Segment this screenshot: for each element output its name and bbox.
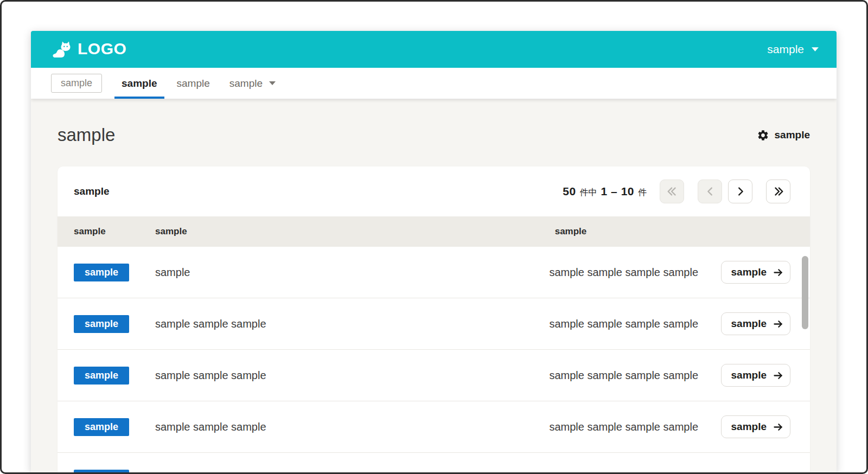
row-detail-button-label: sample	[731, 369, 767, 381]
chevron-right-icon	[735, 185, 746, 197]
row-detail-button[interactable]: sample	[721, 364, 790, 387]
status-badge: sample	[74, 418, 129, 436]
panel-header: sample 50 件中 1 – 10 件	[58, 166, 810, 216]
pagination-info: 50 件中 1 – 10 件	[563, 185, 647, 198]
logo-text: LOGO	[78, 41, 126, 58]
row-detail-button-label: sample	[731, 421, 767, 433]
tab-1-active[interactable]: sample	[114, 68, 164, 99]
row-detail-button-label: sample	[731, 266, 767, 278]
pagination: 50 件中 1 – 10 件	[563, 180, 790, 203]
row-name-cell: sample sample sample	[155, 318, 443, 330]
arrow-right-icon	[773, 267, 784, 278]
boxed-tab-button[interactable]: sample	[51, 74, 102, 93]
settings-label: sample	[775, 129, 810, 141]
status-badge: sample	[74, 264, 129, 281]
row-badge-cell: sample	[74, 315, 155, 333]
row-description-cell: sample sample sample sample	[443, 266, 698, 279]
table-scrollbar-thumb[interactable]	[802, 256, 808, 329]
table-row: sample sample sample sample sample sampl…	[58, 247, 810, 298]
tab-3-dropdown[interactable]: sample	[222, 68, 283, 99]
account-menu[interactable]: sample	[767, 43, 819, 56]
column-header: sample	[443, 226, 698, 237]
column-header: sample	[155, 226, 443, 237]
row-detail-button-label: sample	[731, 318, 767, 330]
tab-label: sample	[177, 78, 210, 89]
range-unit: 件	[638, 187, 647, 198]
logo[interactable]: LOGO	[50, 40, 126, 59]
arrow-right-icon	[773, 370, 784, 381]
chevron-down-icon	[269, 81, 276, 86]
status-badge: sample	[74, 470, 129, 473]
column-header: sample	[74, 226, 155, 237]
row-badge-cell: sample	[74, 470, 155, 473]
table-row: sample sample sample sample sample sampl…	[58, 298, 810, 350]
row-badge-cell: sample	[74, 264, 155, 281]
list-panel: sample 50 件中 1 – 10 件	[58, 166, 810, 473]
settings-link[interactable]: sample	[757, 129, 810, 142]
next-page-button[interactable]	[728, 180, 752, 203]
total-unit: 件中	[580, 187, 597, 198]
row-name-cell: sample sample sample	[155, 369, 443, 382]
cat-icon	[50, 40, 72, 59]
row-badge-cell: sample	[74, 418, 155, 436]
page-head: sample sample	[58, 123, 810, 148]
main-content: sample sample sample 50 件中 1 – 10 件	[31, 99, 837, 473]
tab-bar: sample sample sample sample	[31, 68, 837, 99]
double-chevron-right-icon	[773, 185, 784, 197]
row-description-cell: sample sample sample sample	[443, 369, 698, 382]
first-page-button[interactable]	[660, 180, 684, 203]
arrow-right-icon	[773, 421, 784, 433]
row-name-cell: sample sample sample	[155, 421, 443, 433]
tab-label: sample	[122, 78, 157, 89]
row-description-cell: sample sample sample sample	[443, 421, 698, 433]
range-text: 1 – 10	[601, 185, 634, 198]
row-detail-button[interactable]: sample	[721, 415, 790, 438]
app-header: LOGO sample	[31, 31, 837, 68]
row-detail-button[interactable]: sample	[721, 261, 790, 284]
table-header-row: sample sample sample	[58, 216, 810, 247]
gear-icon	[757, 129, 769, 142]
row-detail-button[interactable]: sample	[721, 312, 790, 335]
total-count: 50	[563, 185, 576, 198]
tab-label: sample	[229, 78, 263, 89]
page-title: sample	[58, 125, 115, 145]
table-body: sample sample sample sample sample sampl…	[58, 247, 810, 473]
status-badge: sample	[74, 367, 129, 385]
tab-2[interactable]: sample	[170, 68, 217, 99]
last-page-button[interactable]	[766, 180, 790, 203]
row-description-cell: sample sample sample sample	[443, 318, 698, 330]
double-chevron-left-icon	[666, 185, 678, 197]
row-badge-cell: sample	[74, 367, 155, 385]
row-name-cell: sample	[155, 266, 443, 279]
panel-title: sample	[74, 185, 109, 197]
account-label: sample	[767, 43, 804, 56]
status-badge: sample	[74, 315, 129, 333]
table-row: sample sample sample sample sample sampl…	[58, 401, 810, 453]
arrow-right-icon	[773, 318, 784, 330]
prev-page-button[interactable]	[698, 180, 722, 203]
table-row: sample sample sample sample sample sampl…	[58, 350, 810, 401]
app-window: LOGO sample sample sample sample sample …	[31, 31, 837, 473]
table-row: sample	[58, 453, 810, 473]
chevron-down-icon	[811, 47, 819, 52]
chevron-left-icon	[704, 185, 716, 197]
